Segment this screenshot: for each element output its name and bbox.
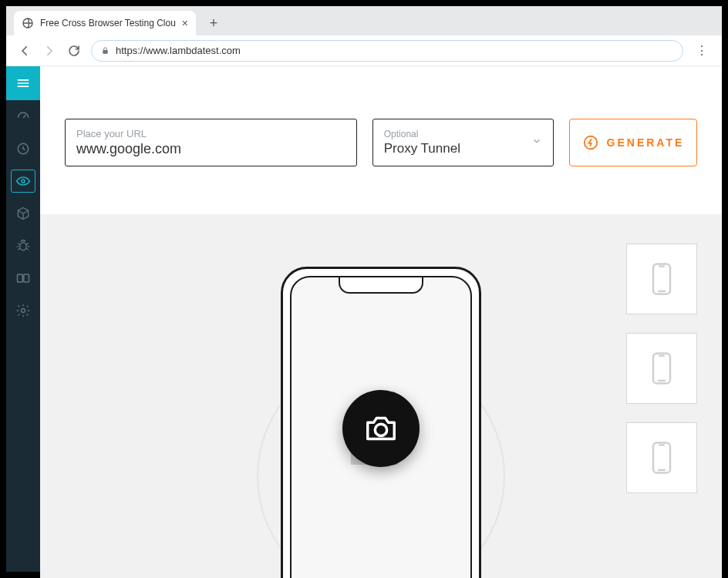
browser-menu-icon[interactable]: ⋮ (693, 43, 711, 58)
svg-rect-9 (18, 274, 23, 282)
device-thumb[interactable] (626, 244, 697, 314)
svg-rect-16 (653, 264, 670, 294)
tab-title: Free Cross Browser Testing Clou (40, 18, 176, 29)
device-thumb-list (626, 244, 697, 493)
sidebar-item-compare[interactable] (6, 262, 40, 294)
svg-rect-1 (103, 50, 107, 54)
hamburger-button[interactable] (6, 66, 40, 100)
app-body: Place your URL www.google.com Optional P… (6, 66, 722, 572)
browser-window: Free Cross Browser Testing Clou × + http… (6, 6, 722, 572)
capture-button[interactable] (342, 390, 420, 467)
tab-strip: Free Cross Browser Testing Clou × + (6, 6, 722, 35)
reload-button[interactable] (66, 43, 82, 59)
lock-icon (101, 46, 110, 55)
generate-button[interactable]: GENERATE (569, 119, 697, 166)
generate-form: Place your URL www.google.com Optional P… (40, 66, 722, 214)
svg-line-5 (23, 115, 25, 117)
proxy-tunnel-select[interactable]: Optional Proxy Tunnel (372, 119, 554, 166)
url-text: https://www.lambdatest.com (116, 45, 241, 56)
sidebar-item-box[interactable] (6, 197, 40, 230)
sidebar (6, 66, 40, 572)
svg-point-7 (22, 180, 25, 183)
svg-rect-10 (24, 274, 29, 282)
generate-label: GENERATE (607, 136, 685, 149)
url-value: www.google.com (76, 141, 345, 157)
phone-notch (339, 277, 423, 294)
close-icon[interactable]: × (182, 17, 188, 29)
svg-point-11 (22, 309, 25, 313)
device-thumb[interactable] (626, 333, 697, 404)
main-content: Place your URL www.google.com Optional P… (40, 66, 722, 572)
sidebar-item-dashboard[interactable] (6, 100, 40, 133)
sidebar-item-settings[interactable] (6, 294, 40, 327)
svg-point-25 (375, 424, 386, 435)
url-field[interactable]: Place your URL www.google.com (65, 119, 357, 166)
new-tab-button[interactable]: + (204, 13, 224, 33)
svg-point-8 (20, 243, 26, 250)
svg-rect-19 (653, 353, 670, 383)
svg-rect-22 (653, 442, 670, 472)
address-bar: https://www.lambdatest.com ⋮ (6, 35, 722, 66)
chevron-down-icon (531, 136, 542, 150)
sidebar-item-bug[interactable] (6, 230, 40, 262)
tab-favicon (22, 17, 34, 29)
browser-tab[interactable]: Free Cross Browser Testing Clou × (14, 11, 196, 35)
back-button[interactable] (17, 43, 32, 59)
sidebar-item-history[interactable] (6, 133, 40, 165)
device-thumb[interactable] (626, 422, 697, 493)
proxy-value: Proxy Tunnel (384, 141, 460, 156)
url-input[interactable]: https://www.lambdatest.com (91, 40, 683, 62)
proxy-label: Optional (384, 129, 460, 139)
url-label: Place your URL (76, 128, 345, 139)
sidebar-item-visual[interactable] (6, 165, 40, 197)
forward-button[interactable] (42, 43, 57, 59)
